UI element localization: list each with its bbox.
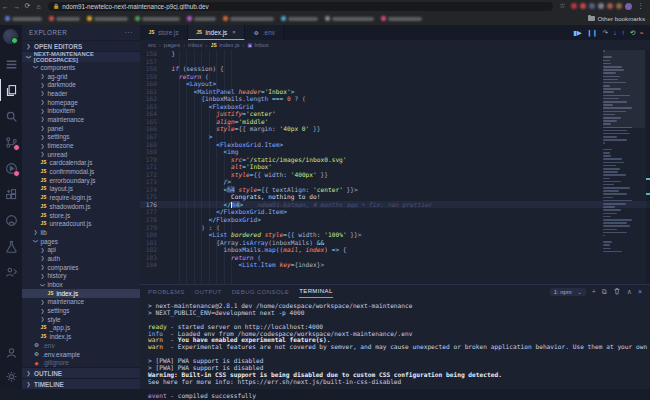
maximize-panel-icon[interactable]: ∧ xyxy=(627,288,632,295)
outline-section[interactable]: ❯ OUTLINE xyxy=(22,367,140,378)
bookmark-item[interactable] xyxy=(381,16,422,21)
debug-pause-icon[interactable]: ❙❙ xyxy=(587,29,598,37)
tree-item-lib[interactable]: ❯lib xyxy=(22,228,140,237)
tree-item--env-example[interactable]: ⚙.env.example xyxy=(22,350,140,359)
bookmark-star-icon[interactable]: ☆ xyxy=(557,2,568,10)
debug-continue-icon[interactable]: ▮▶ xyxy=(573,29,582,37)
tree-item-maintenance[interactable]: ❯maintenance xyxy=(22,298,140,307)
tree-item-index-js[interactable]: JSindex.js xyxy=(22,289,140,298)
beaker-icon[interactable] xyxy=(0,235,22,257)
panel-tab-terminal[interactable]: TERMINAL xyxy=(299,285,333,298)
extension-icon[interactable] xyxy=(616,3,622,9)
explorer-actions-icon[interactable]: ··· xyxy=(125,29,134,36)
bookmark-item[interactable] xyxy=(325,16,374,21)
tree-item-inbox[interactable]: ❯inbox xyxy=(22,280,140,289)
workspace-section[interactable]: ❯ NEXT-MAINTENANCE [CODESPACES] xyxy=(22,51,140,62)
tree-item-ag-grid[interactable]: ❯ag-grid xyxy=(22,72,140,81)
tree-item-components[interactable]: ❯components xyxy=(22,63,140,72)
tree-item-darkmode[interactable]: ❯darkmode xyxy=(22,80,140,89)
split-terminal-icon[interactable]: ⧉ xyxy=(602,288,607,295)
tree-item--app-js[interactable]: JS_app.js xyxy=(22,324,140,333)
account-icon[interactable] xyxy=(0,341,22,363)
tree-item-confirmmodal-js[interactable]: JSconfirmmodal.js xyxy=(22,167,140,176)
tree-item-require-login-js[interactable]: JSrequire-login.js xyxy=(22,193,140,202)
tree-item-header[interactable]: ❯header xyxy=(22,89,140,98)
breadcrumb-item-src[interactable]: src xyxy=(148,42,156,48)
tree-item-api[interactable]: ❯api xyxy=(22,245,140,254)
timeline-section[interactable]: ❯ TIMELINE xyxy=(22,378,140,389)
reload-icon[interactable]: ⟳ xyxy=(22,2,33,10)
panel-tab-debug-console[interactable]: DEBUG CONSOLE xyxy=(232,285,290,298)
tree-item-maintenance[interactable]: ❯maintenance xyxy=(22,115,140,124)
bookmark-item[interactable] xyxy=(87,16,128,21)
debug-icon[interactable] xyxy=(0,157,22,179)
tree-item-timezone[interactable]: ❯timezone xyxy=(22,141,140,150)
home-icon[interactable]: ⌂ xyxy=(33,3,44,10)
extension-icons[interactable] xyxy=(571,3,622,9)
search-icon[interactable] xyxy=(0,105,22,127)
address-bar[interactable]: 🔒 ndom91-newtelco-next-maintenance-p9cj.… xyxy=(48,2,553,11)
settings-gear-icon[interactable] xyxy=(0,365,22,387)
tree-item-layout-js[interactable]: JSlayout.js xyxy=(22,185,140,194)
tree-item-unreadcount-js[interactable]: JSunreadcount.js xyxy=(22,219,140,228)
tree-item-store-js[interactable]: JSstore.js xyxy=(22,211,140,220)
tree-item-cardcalendar-js[interactable]: JScardcalendar.js xyxy=(22,159,140,168)
live-share-icon[interactable] xyxy=(0,261,22,283)
bookmark-item[interactable] xyxy=(135,16,180,21)
bookmark-item[interactable] xyxy=(223,16,274,21)
breadcrumb-item-inbox[interactable]: inbox xyxy=(188,42,202,48)
other-bookmarks[interactable]: Other bookmarks xyxy=(588,15,645,22)
bookmark-item[interactable] xyxy=(49,16,80,21)
tab--env[interactable]: ⚙.env xyxy=(245,25,284,40)
codespaces-logo[interactable] xyxy=(3,29,18,44)
tab-index-js[interactable]: JSindex.js× xyxy=(188,25,245,40)
tree-item-companies[interactable]: ❯companies xyxy=(22,263,140,272)
tree-item-unread[interactable]: ❯unread xyxy=(22,150,140,159)
tree-item-style[interactable]: ❯style xyxy=(22,315,140,324)
bookmark-item[interactable] xyxy=(187,16,216,21)
profile-avatar[interactable] xyxy=(625,3,632,10)
debug-step-out-icon[interactable]: ↑ xyxy=(621,29,624,36)
forward-icon[interactable]: → xyxy=(11,3,22,10)
tree-item-index-js[interactable]: JSindex.js xyxy=(22,332,140,341)
extension-icon[interactable] xyxy=(598,3,604,9)
close-panel-icon[interactable]: × xyxy=(638,288,642,295)
debug-step-into-icon[interactable]: ↓ xyxy=(613,29,616,36)
close-tab-icon[interactable]: × xyxy=(232,29,236,35)
tree-item-settings[interactable]: ❯settings xyxy=(22,306,140,315)
browser-menu-icon[interactable]: ⋮ xyxy=(635,2,646,10)
tree-item--gitignore[interactable]: ◆.gitignore xyxy=(22,358,140,367)
new-terminal-icon[interactable]: + xyxy=(592,288,596,295)
tree-item-history[interactable]: ❯history xyxy=(22,272,140,281)
extensions-icon[interactable] xyxy=(0,183,22,205)
tree-item-homepage[interactable]: ❯homepage xyxy=(22,98,140,107)
source-control-icon[interactable] xyxy=(0,131,22,153)
panel-tab-output[interactable]: OUTPUT xyxy=(195,285,222,298)
tree-item--env[interactable]: ⚙.env xyxy=(22,341,140,350)
tree-item-shadowdom-js[interactable]: JSshadowdom.js xyxy=(22,202,140,211)
breadcrumb-item-index-js[interactable]: JSindex.js xyxy=(210,42,239,48)
minimap[interactable] xyxy=(603,50,645,284)
tree-item-panel[interactable]: ❯panel xyxy=(22,124,140,133)
debug-restart-icon[interactable]: ⟲ xyxy=(630,29,635,37)
debug-disconnect-icon[interactable]: ⌁ xyxy=(640,29,644,37)
extension-icon[interactable] xyxy=(571,3,577,9)
tree-item-errorboundary-js[interactable]: JSerrorboundary.js xyxy=(22,176,140,185)
files-icon[interactable] xyxy=(0,79,22,101)
debug-step-over-icon[interactable]: ↷ xyxy=(603,29,608,37)
github-icon[interactable] xyxy=(0,209,22,231)
menu-icon[interactable] xyxy=(0,53,22,75)
extension-icon[interactable] xyxy=(580,3,586,9)
terminal[interactable]: > next-maintenance@2.8.1 dev /home/codes… xyxy=(140,299,650,389)
panel-tab-problems[interactable]: PROBLEMS xyxy=(148,285,185,298)
kill-terminal-icon[interactable] xyxy=(613,287,621,296)
open-editors-section[interactable]: ❯ OPEN EDITORS xyxy=(22,40,140,51)
tree-item-pages[interactable]: ❯pages xyxy=(22,237,140,246)
tree-item-inboxitem[interactable]: ❯inboxitem xyxy=(22,106,140,115)
terminal-picker[interactable]: 1: npm⌄ xyxy=(550,288,586,296)
back-icon[interactable]: ← xyxy=(0,3,11,10)
overview-ruler[interactable] xyxy=(646,50,650,284)
breadcrumb-item-inbox[interactable]: ▣Inbox xyxy=(247,42,268,48)
bookmark-item[interactable] xyxy=(281,16,318,21)
tree-item-auth[interactable]: ❯auth xyxy=(22,254,140,263)
